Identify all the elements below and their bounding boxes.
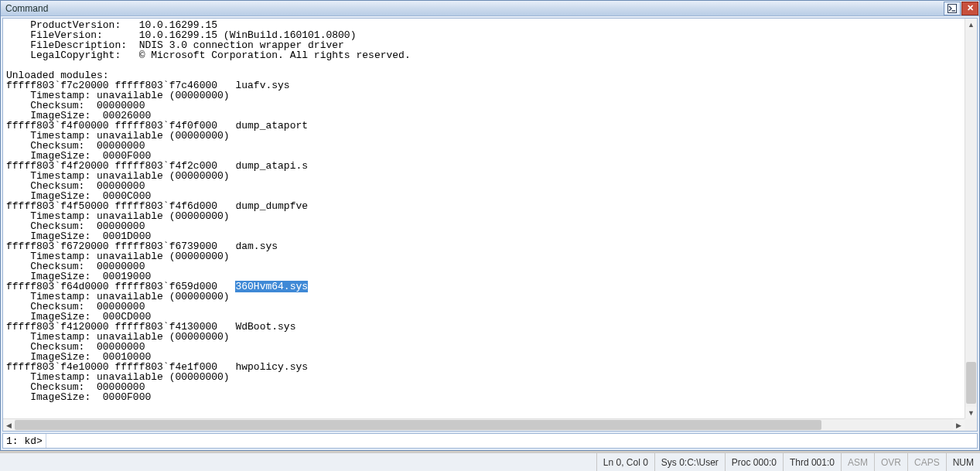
status-caps: CAPS: [907, 453, 946, 471]
status-num: NUM: [946, 453, 980, 471]
command-window: Command ✕ ProductVersion: 10.0.16299.15 …: [0, 0, 980, 451]
vertical-scroll-track[interactable]: [965, 30, 977, 407]
horizontal-scroll-thumb[interactable]: [15, 420, 821, 430]
status-sys: Sys 0:C:\User: [654, 453, 725, 471]
status-asm: ASM: [841, 453, 874, 471]
horizontal-scroll-track[interactable]: [15, 419, 953, 431]
console-icon: [948, 4, 957, 13]
output-panel: ProductVersion: 10.0.16299.15 FileVersio…: [2, 18, 978, 432]
content-area: ProductVersion: 10.0.16299.15 FileVersio…: [1, 16, 979, 450]
close-icon: ✕: [967, 3, 974, 13]
scroll-left-arrow-icon[interactable]: ◀: [3, 419, 15, 431]
scrollbar-corner: [965, 418, 977, 431]
status-proc: Proc 000:0: [725, 453, 783, 471]
prompt-row: 1: kd>: [2, 433, 978, 449]
prompt-label: 1: kd>: [3, 434, 46, 448]
output-text[interactable]: ProductVersion: 10.0.16299.15 FileVersio…: [3, 19, 965, 418]
titlebar[interactable]: Command ✕: [1, 1, 979, 16]
status-lncol: Ln 0, Col 0: [596, 453, 654, 471]
highlighted-module-name: 360Hvm64.sys: [235, 281, 308, 292]
vertical-scroll-thumb[interactable]: [966, 362, 976, 404]
status-ovr: OVR: [874, 453, 907, 471]
close-button[interactable]: ✕: [961, 2, 978, 15]
titlebar-console-icon[interactable]: [944, 2, 961, 15]
window-title: Command: [5, 3, 48, 14]
command-input[interactable]: [46, 434, 977, 448]
status-thrd: Thrd 001:0: [783, 453, 841, 471]
vertical-scrollbar[interactable]: ▲ ▼: [965, 19, 977, 418]
statusbar: Ln 0, Col 0 Sys 0:C:\User Proc 000:0 Thr…: [0, 452, 980, 471]
scroll-up-arrow-icon[interactable]: ▲: [965, 19, 977, 30]
svg-rect-0: [948, 4, 957, 12]
scroll-right-arrow-icon[interactable]: ▶: [953, 419, 965, 431]
horizontal-scrollbar[interactable]: ◀ ▶: [3, 418, 965, 431]
scroll-down-arrow-icon[interactable]: ▼: [965, 407, 977, 418]
